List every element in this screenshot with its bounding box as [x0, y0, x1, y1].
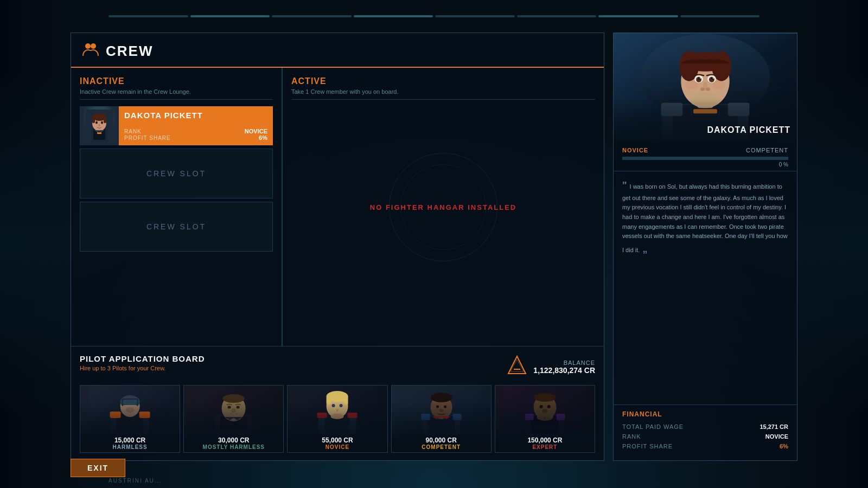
pilot-5-overlay: [495, 402, 595, 434]
pilot-5-portrait: [495, 386, 595, 434]
crew-slot-2-label: CREW SLOT: [146, 222, 206, 231]
crew-slot-2[interactable]: CREW SLOT: [80, 202, 273, 252]
inactive-section: INACTIVE Inactive Crew remain in the Cre…: [71, 68, 283, 346]
svg-rect-12: [97, 132, 101, 134]
crew-slot-1[interactable]: CREW SLOT: [80, 149, 273, 198]
board-title-group: PILOT APPLICATION BOARD Hire up to 3 Pil…: [80, 354, 205, 371]
pilot-3-portrait: [288, 386, 387, 434]
side-panel-right: [797, 0, 868, 488]
balance-info: BALANCE 1,122,830,274 CR: [506, 354, 595, 380]
top-bar-6: [517, 15, 597, 17]
top-bar-2: [190, 15, 270, 17]
bio-section: " I was born on Sol, but always had this…: [614, 171, 797, 404]
pilot-5-cost: 150,000 CR: [499, 436, 591, 444]
balance-icon: [506, 354, 528, 380]
top-decorative-bars: [0, 0, 868, 33]
pilot-3-overlay: [288, 402, 387, 434]
pilot-card-3[interactable]: 55,000 CR NOVICE: [287, 385, 387, 453]
top-bar-5: [435, 15, 515, 17]
pilot-4-footer: 90,000 CR COMPETENT: [392, 434, 491, 452]
active-title: ACTIVE: [291, 76, 595, 86]
balance-label: BALANCE: [533, 359, 595, 366]
svg-point-97: [685, 81, 698, 89]
pilot-3-rank: NOVICE: [291, 444, 384, 450]
pilot-2-rank: MOSTLY HARMLESS: [187, 444, 280, 450]
pilot-card-1[interactable]: 15,000 CR HARMLESS: [80, 385, 180, 453]
pilot-2-footer: 30,000 CR MOSTLY HARMLESS: [184, 434, 283, 452]
xp-rank-right: COMPETENT: [746, 147, 788, 153]
exit-label: EXIT: [87, 464, 108, 472]
fin-rank-label: RANK: [622, 433, 641, 440]
bottom-status: AUSTRINI AU...: [108, 478, 162, 484]
quote-close: „: [640, 243, 647, 254]
xp-section: NOVICE COMPETENT 0 %: [614, 142, 797, 171]
svg-point-9: [95, 121, 98, 124]
crew-stats-rank: RANK NOVICE: [124, 128, 267, 134]
pilot-4-rank: COMPETENT: [395, 444, 488, 450]
top-bar-7: [598, 15, 678, 17]
bio-content: I was born on Sol, but always had this b…: [622, 183, 788, 253]
crew-panel: CREW INACTIVE Inactive Crew remain in th…: [71, 33, 604, 461]
detail-panel: DAKOTA PICKETT NOVICE COMPETENT 0 % " I …: [613, 33, 797, 461]
pilot-1-rank: HARMLESS: [84, 444, 176, 450]
no-hangar-message: NO FIGHTER HANGAR INSTALLED: [370, 203, 516, 211]
pilot-5-footer: 150,000 CR EXPERT: [495, 434, 595, 452]
portrait-overlay: [614, 98, 797, 142]
top-bar-4: [354, 15, 433, 17]
bio-text: " I was born on Sol, but always had this…: [622, 178, 788, 257]
pilot-card-2[interactable]: 30,000 CR MOSTLY HARMLESS: [183, 385, 284, 453]
pilot-card-5[interactable]: 150,000 CR EXPERT: [495, 385, 595, 453]
pilot-4-overlay: [392, 402, 491, 434]
pilot-1-portrait: [80, 386, 180, 434]
pilot-card-4[interactable]: 90,000 CR COMPETENT: [391, 385, 492, 453]
board-subtitle: Hire up to 3 Pilots for your Crew.: [80, 365, 205, 371]
crew-slot-1-label: CREW SLOT: [146, 169, 206, 178]
top-bar-1: [108, 15, 188, 17]
svg-point-98: [712, 81, 725, 89]
pilot-3-footer: 55,000 CR NOVICE: [288, 434, 387, 452]
wage-value: 15,271 CR: [760, 423, 788, 430]
profit-label: PROFIT SHARE: [124, 135, 171, 141]
pilot-4-cost: 90,000 CR: [395, 436, 488, 444]
crew-header: CREW: [71, 33, 604, 68]
character-portrait: DAKOTA PICKETT: [614, 33, 797, 142]
active-section: ACTIVE Take 1 Crew member with you on bo…: [283, 68, 604, 346]
pilot-1-cost: 15,000 CR: [84, 436, 176, 444]
pilot-application-board: PILOT APPLICATION BOARD Hire up to 3 Pil…: [71, 346, 604, 460]
inactive-subtitle: Inactive Crew remain in the Crew Lounge.: [80, 88, 273, 100]
svg-point-95: [706, 88, 710, 91]
pilots-row: 15,000 CR HARMLESS: [80, 385, 595, 453]
xp-rank-left: NOVICE: [622, 147, 648, 153]
quote-open: ": [622, 180, 630, 191]
pilot-1-footer: 15,000 CR HARMLESS: [80, 434, 180, 452]
rank-label: RANK: [124, 129, 142, 134]
pilot-1-overlay: [80, 402, 180, 434]
pilot-2-overlay: [184, 402, 283, 434]
svg-point-64: [534, 393, 556, 402]
character-name: DAKOTA PICKETT: [707, 125, 790, 135]
svg-rect-8: [104, 117, 106, 123]
svg-point-54: [430, 393, 452, 402]
financial-row-rank: RANK NOVICE: [622, 433, 788, 440]
exit-button[interactable]: EXIT: [71, 459, 125, 477]
active-subtitle: Take 1 Crew member with you on board.: [291, 88, 595, 100]
board-header: PILOT APPLICATION BOARD Hire up to 3 Pil…: [80, 354, 595, 380]
svg-point-0: [85, 43, 91, 49]
svg-point-94: [700, 88, 705, 91]
top-bar-8: [680, 15, 760, 17]
svg-point-92: [700, 77, 701, 79]
dakota-avatar: [80, 106, 119, 145]
balance-amount: 1,122,830,274 CR: [533, 366, 595, 375]
top-bar-3: [272, 15, 352, 17]
crew-stats-profit: PROFIT SHARE 6%: [124, 134, 267, 141]
dakota-face-svg: [86, 110, 113, 142]
pilot-2-cost: 30,000 CR: [187, 436, 280, 444]
xp-labels: NOVICE COMPETENT: [622, 147, 788, 153]
crew-member-dakota[interactable]: DAKOTA PICKETT RANK NOVICE PROFIT SHARE …: [80, 106, 273, 145]
svg-rect-7: [92, 117, 95, 123]
fin-profit-label: PROFIT SHARE: [622, 443, 673, 450]
fin-rank-value: NOVICE: [765, 433, 788, 440]
pilot-5-rank: EXPERT: [499, 444, 591, 450]
svg-point-93: [712, 77, 714, 79]
pilot-4-portrait: [392, 386, 491, 434]
